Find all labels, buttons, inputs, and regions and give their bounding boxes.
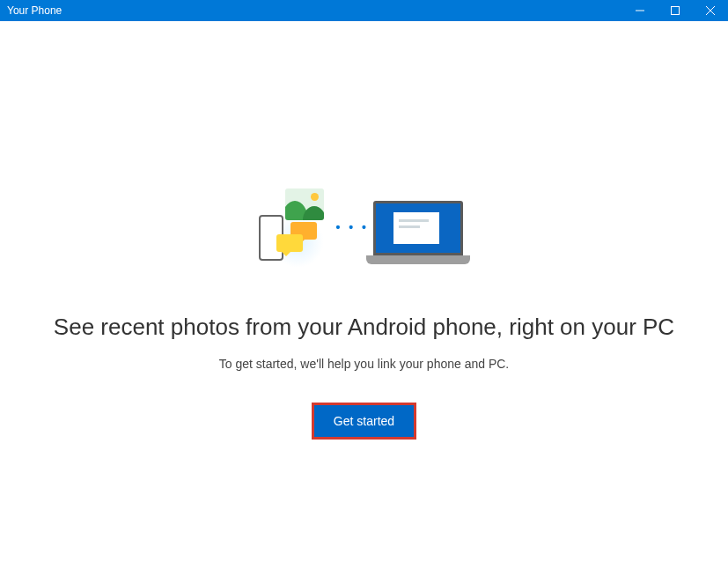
svg-rect-1: [672, 7, 680, 15]
onboarding-headline: See recent photos from your Android phon…: [54, 314, 674, 341]
maximize-button[interactable]: [658, 0, 693, 21]
window-title: Your Phone: [7, 4, 62, 17]
laptop-icon: [366, 201, 470, 264]
get-started-button[interactable]: Get started: [314, 405, 414, 437]
close-icon: [706, 6, 715, 15]
photo-card-icon: [285, 188, 324, 220]
minimize-button[interactable]: [622, 0, 658, 21]
cta-highlight: Get started: [312, 403, 416, 440]
close-button[interactable]: [693, 0, 728, 21]
maximize-icon: [671, 6, 680, 15]
titlebar: Your Phone: [0, 0, 728, 21]
window-controls: [622, 0, 728, 21]
onboarding-subtext: To get started, we'll help you link your…: [219, 357, 510, 371]
onboarding-content: • • • • • See recent photos from your An…: [0, 21, 728, 569]
link-illustration: • • • • •: [259, 188, 470, 264]
minimize-icon: [636, 6, 644, 15]
chat-bubble-icon: [276, 234, 303, 252]
